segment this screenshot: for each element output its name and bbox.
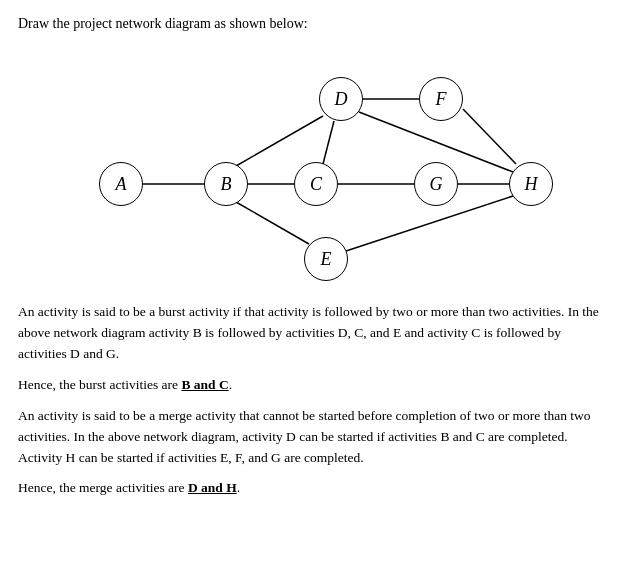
burst-prefix: Hence, the burst activities are xyxy=(18,377,181,392)
node-F: F xyxy=(419,77,463,121)
node-B: B xyxy=(204,162,248,206)
instruction-text: Draw the project network diagram as show… xyxy=(18,16,604,32)
merge-conclusion: Hence, the merge activities are D and H. xyxy=(18,478,604,499)
burst-suffix: . xyxy=(229,377,232,392)
burst-highlight: B and C xyxy=(181,377,228,392)
node-D: D xyxy=(319,77,363,121)
merge-highlight: D and H xyxy=(188,480,237,495)
node-E: E xyxy=(304,237,348,281)
node-C: C xyxy=(294,162,338,206)
burst-description: An activity is said to be a burst activi… xyxy=(18,302,604,365)
merge-description: An activity is said to be a merge activi… xyxy=(18,406,604,469)
svg-line-4 xyxy=(323,121,334,164)
merge-suffix: . xyxy=(237,480,240,495)
node-A: A xyxy=(99,162,143,206)
merge-prefix: Hence, the merge activities are xyxy=(18,480,188,495)
svg-line-3 xyxy=(236,202,309,244)
burst-conclusion: Hence, the burst activities are B and C. xyxy=(18,375,604,396)
node-H: H xyxy=(509,162,553,206)
node-G: G xyxy=(414,162,458,206)
network-diagram: A B C D E F G H xyxy=(51,44,571,284)
svg-line-2 xyxy=(236,116,323,166)
